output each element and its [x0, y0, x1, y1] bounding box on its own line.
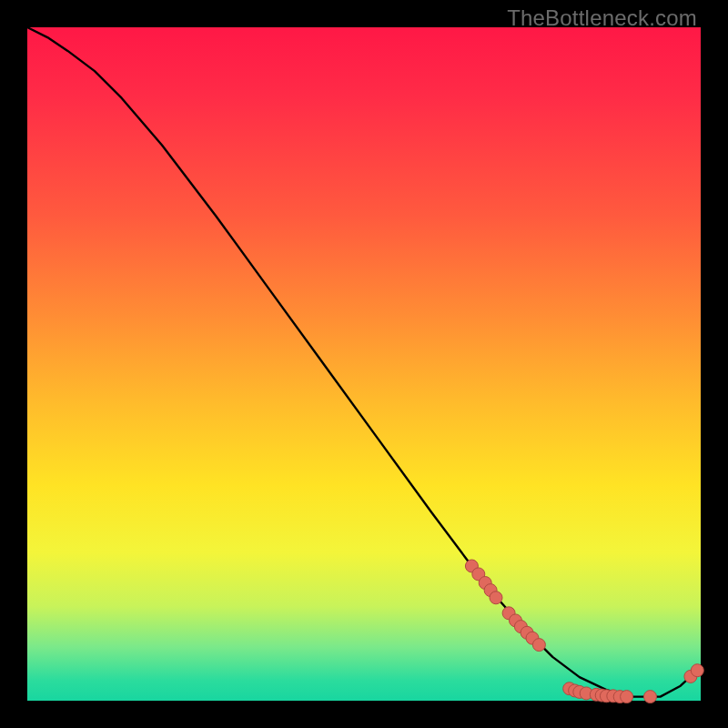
chart-svg	[27, 27, 701, 701]
data-point-p22	[644, 691, 657, 703]
data-point-p11	[532, 639, 545, 652]
bottleneck-curve	[27, 27, 701, 697]
data-points-group	[465, 560, 703, 703]
data-point-p24	[691, 664, 703, 677]
data-point-p5	[490, 592, 502, 604]
data-point-p21	[621, 691, 633, 703]
plot-area	[27, 27, 701, 701]
chart-frame: TheBottleneck.com	[0, 0, 728, 728]
